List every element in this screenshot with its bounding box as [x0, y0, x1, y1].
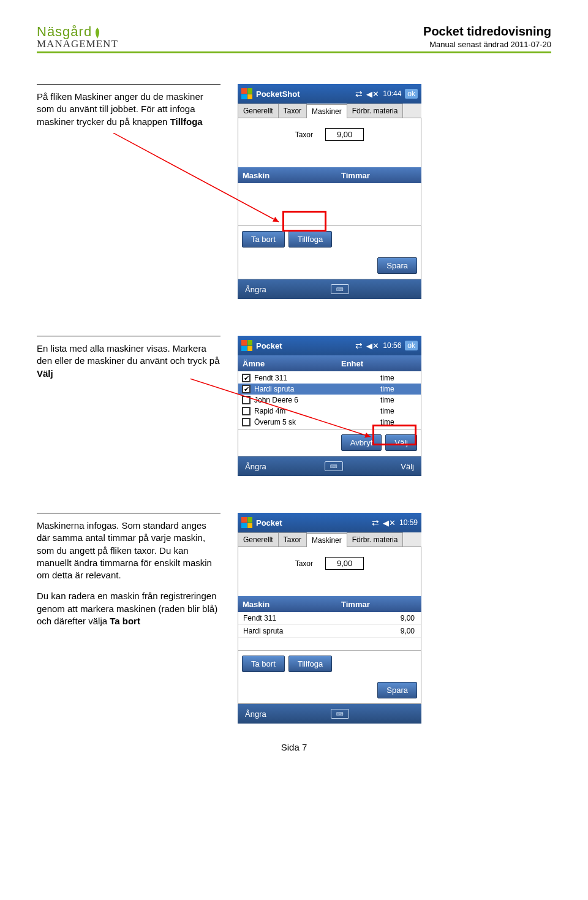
field-value-taxor[interactable]: 9,00 — [325, 128, 364, 141]
section-3: Maskinerna infogas. Som standard anges d… — [37, 513, 551, 724]
tab-maskiner[interactable]: Maskiner — [306, 533, 347, 547]
network-icon: ⇄ — [355, 89, 363, 99]
volume-icon: ◀✕ — [383, 518, 396, 528]
tab-bar: Generellt Taxor Maskiner Förbr. materia — [238, 532, 421, 547]
page-title: Pocket tidredovisning — [423, 25, 551, 39]
bottombar-angra[interactable]: Ångra — [245, 285, 266, 294]
checkbox-icon[interactable] — [242, 396, 251, 404]
list-item[interactable]: Fendt 311time — [238, 372, 421, 384]
statusbar-time: 10:59 — [399, 518, 418, 527]
tab-bar: Generellt Taxor Maskiner Förbr. materia — [238, 104, 421, 118]
tab-maskiner[interactable]: Maskiner — [306, 104, 347, 118]
screenshot-1: PocketShot ⇄ ◀✕ 10:44 ok Generellt Taxor… — [238, 84, 421, 299]
tab-taxor[interactable]: Taxor — [278, 104, 307, 118]
ok-button[interactable]: ok — [405, 341, 418, 350]
instruction-text-2: En lista med alla maskiner visas. Marker… — [37, 336, 221, 476]
screenshot-3: Pocket ⇄ ◀✕ 10:59 Generellt Taxor Maskin… — [238, 513, 421, 724]
tab-forbr-materia[interactable]: Förbr. materia — [347, 104, 404, 118]
page-subtitle: Manual senast ändrad 2011-07-20 — [423, 40, 551, 49]
grid-body: Fendt 3119,00 Hardi spruta9,00 — [238, 612, 421, 651]
statusbar-time: 10:56 — [383, 341, 401, 350]
valj-button[interactable]: Välj — [385, 434, 417, 451]
list-item[interactable]: John Deere 6time — [238, 395, 421, 406]
windows-flag-icon — [241, 517, 252, 528]
avbryt-button[interactable]: Avbryt — [341, 434, 382, 451]
tillfoga-button[interactable]: Tillfoga — [288, 231, 332, 248]
tab-generellt[interactable]: Generellt — [238, 104, 279, 118]
network-icon: ⇄ — [372, 518, 379, 528]
volume-icon: ◀✕ — [366, 89, 379, 99]
statusbar-title: PocketShot — [256, 89, 352, 99]
list-item[interactable]: Överum 5 sktime — [238, 417, 421, 428]
field-label-taxor: Taxor — [295, 130, 313, 139]
windows-flag-icon — [241, 340, 252, 351]
tillfoga-button[interactable]: Tillfoga — [288, 656, 332, 672]
checkbox-icon[interactable] — [242, 418, 251, 426]
grid-header: ÄmneEnhet — [238, 355, 421, 371]
table-row[interactable]: Fendt 3119,00 — [238, 612, 421, 625]
page-footer: Sida 7 — [37, 742, 551, 752]
grid-header: MaskinTimmar — [238, 596, 421, 612]
checkbox-icon[interactable] — [242, 385, 251, 393]
grid-header: MaskinTimmar — [238, 167, 421, 183]
spara-button[interactable]: Spara — [377, 257, 417, 274]
tab-forbr-materia[interactable]: Förbr. materia — [347, 532, 404, 546]
statusbar-time: 10:44 — [383, 89, 401, 98]
ok-button[interactable]: ok — [405, 89, 418, 99]
windows-flag-icon — [241, 88, 252, 99]
logo: Näsgård MANAGEMENT — [37, 25, 118, 49]
volume-icon: ◀✕ — [366, 341, 379, 350]
instruction-text-3: Maskinerna infogas. Som standard anges d… — [37, 513, 221, 724]
screenshot-2: Pocket ⇄ ◀✕ 10:56 ok ÄmneEnhet Fendt 311… — [238, 336, 421, 476]
keyboard-icon[interactable]: ⌨ — [325, 461, 343, 471]
list-item[interactable]: Hardi sprutatime — [238, 384, 421, 395]
checkbox-icon[interactable] — [242, 374, 251, 382]
tab-taxor[interactable]: Taxor — [278, 532, 307, 546]
network-icon: ⇄ — [355, 341, 363, 350]
bottombar-valj[interactable]: Välj — [401, 462, 414, 471]
logo-text-bottom: MANAGEMENT — [37, 39, 118, 49]
tab-generellt[interactable]: Generellt — [238, 532, 279, 546]
leaf-icon — [93, 28, 102, 39]
machine-list: Fendt 311time Hardi sprutatime John Deer… — [238, 371, 421, 429]
statusbar-title: Pocket — [256, 341, 352, 350]
field-value-taxor[interactable]: 9,00 — [325, 557, 364, 570]
statusbar-title: Pocket — [256, 518, 368, 528]
table-row[interactable]: Hardi spruta9,00 — [238, 625, 421, 638]
keyboard-icon[interactable]: ⌨ — [331, 284, 349, 294]
document-header: Näsgård MANAGEMENT Pocket tidredovisning… — [37, 25, 551, 53]
spara-button[interactable]: Spara — [377, 682, 417, 698]
section-1: På fliken Maskiner anger du de maskiner … — [37, 84, 551, 299]
ta-bort-button[interactable]: Ta bort — [242, 231, 285, 248]
checkbox-icon[interactable] — [242, 407, 251, 415]
logo-text-top: Näsgård — [37, 25, 92, 39]
keyboard-icon[interactable]: ⌨ — [331, 709, 349, 719]
grid-body-empty — [238, 183, 421, 226]
instruction-text-1: På fliken Maskiner anger du de maskiner … — [37, 84, 221, 299]
ta-bort-button[interactable]: Ta bort — [242, 656, 285, 672]
bottombar-angra[interactable]: Ångra — [245, 709, 266, 719]
bottombar-angra[interactable]: Ångra — [245, 462, 266, 471]
list-item[interactable]: Rapid 4mtime — [238, 406, 421, 417]
section-2: En lista med alla maskiner visas. Marker… — [37, 336, 551, 476]
field-label-taxor: Taxor — [295, 559, 313, 568]
